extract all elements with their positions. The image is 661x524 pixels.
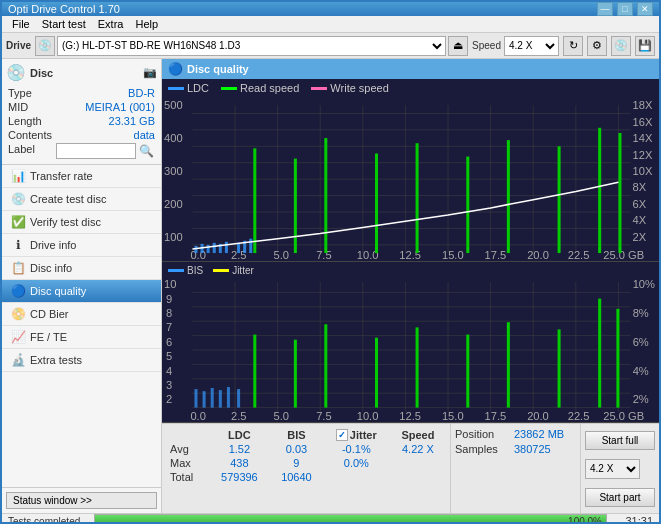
nav-disc-info[interactable]: 📋 Disc info [2,257,161,280]
nav-drive-info[interactable]: ℹ Drive info [2,234,161,257]
samples-value: 380725 [514,443,551,455]
svg-text:17.5: 17.5 [485,410,507,422]
type-label: Type [6,86,54,100]
eject-button[interactable]: ⏏ [448,36,468,56]
start-full-button[interactable]: Start full [585,431,655,450]
legend-bis-color [168,269,184,272]
create-test-disc-icon: 💿 [10,192,26,206]
stats-table: LDC BIS ✓ Jitter Speed [166,428,446,484]
settings-icon[interactable]: ⚙ [587,36,607,56]
svg-text:2.5: 2.5 [231,410,246,422]
svg-text:12X: 12X [633,149,653,161]
stats-col-ldc: LDC [209,428,270,442]
start-part-button[interactable]: Start part [585,488,655,507]
jitter-checkbox[interactable]: ✓ [336,429,348,441]
save-icon[interactable]: 💾 [635,36,655,56]
avg-jitter: -0.1% [323,442,390,456]
status-window-button[interactable]: Status window >> [6,492,157,509]
speed-label: Speed [472,40,501,51]
verify-test-disc-label: Verify test disc [30,216,101,228]
nav-extra-tests[interactable]: 🔬 Extra tests [2,349,161,372]
app-window: Opti Drive Control 1.70 — □ ✕ File Start… [0,0,661,524]
drive-info-label: Drive info [30,239,76,251]
disc-action-icon[interactable]: 💿 [611,36,631,56]
nav-create-test-disc[interactable]: 💿 Create test disc [2,188,161,211]
verify-test-disc-icon: ✅ [10,215,26,229]
position-value: 23862 MB [514,428,564,440]
samples-row: Samples 380725 [455,443,576,455]
max-bis: 9 [270,456,323,470]
legend-upper: LDC Read speed Write speed [162,79,659,97]
disc-info-icon: 📋 [10,261,26,275]
nav-cd-bier[interactable]: 📀 CD Bier [2,303,161,326]
svg-rect-61 [558,146,561,253]
drive-select[interactable]: (G:) HL-DT-ST BD-RE WH16NS48 1.D3 [57,36,446,56]
length-label: Length [6,114,54,128]
svg-rect-53 [249,239,252,253]
legend-ldc: LDC [168,82,209,94]
statusbar: Tests completed 100.0% 31:31 [2,513,659,524]
disc-mid-row: MID MEIRA1 (001) [6,100,157,114]
svg-rect-120 [466,335,469,408]
legend-jitter-label: Jitter [232,265,254,276]
stats-table-container: LDC BIS ✓ Jitter Speed [162,424,450,513]
speed-select[interactable]: 4.2 X [504,36,559,56]
maximize-button[interactable]: □ [617,2,633,16]
jitter-speed-container: Position 23862 MB Samples 380725 [450,424,580,513]
svg-text:10.0: 10.0 [357,410,379,422]
svg-rect-111 [211,388,214,408]
titlebar: Opti Drive Control 1.70 — □ ✕ [2,2,659,16]
svg-text:6%: 6% [633,336,649,348]
svg-rect-59 [466,157,469,254]
disc-label-input[interactable] [56,143,136,159]
svg-text:8%: 8% [633,307,649,319]
avg-ldc: 1.52 [209,442,270,456]
svg-text:5: 5 [166,350,172,362]
svg-text:8X: 8X [633,181,647,193]
speed-dropdown[interactable]: 4.2 X [585,459,640,479]
svg-rect-45 [194,246,197,253]
svg-text:5.0: 5.0 [274,249,290,261]
menu-help[interactable]: Help [129,16,164,32]
jitter-header-label: Jitter [350,429,377,441]
type-value: BD-R [54,86,157,100]
legend-read-speed-color [221,87,237,90]
left-panel: 💿 Disc 📷 Type BD-R MID MEIRA1 (001) Leng… [2,59,162,513]
nav-disc-quality[interactable]: 🔵 Disc quality [2,280,161,303]
position-label: Position [455,428,510,440]
legend-read-speed-label: Read speed [240,82,299,94]
menu-extra[interactable]: Extra [92,16,130,32]
svg-text:15.0: 15.0 [442,410,464,422]
svg-rect-47 [207,245,210,253]
disc-extra-icon: 📷 [143,66,157,79]
svg-text:6X: 6X [633,198,647,210]
svg-text:8: 8 [166,307,172,319]
transfer-rate-label: Transfer rate [30,170,93,182]
nav-verify-test-disc[interactable]: ✅ Verify test disc [2,211,161,234]
drive-combo: 💿 (G:) HL-DT-ST BD-RE WH16NS48 1.D3 ⏏ [35,36,468,56]
svg-rect-117 [324,325,327,408]
menu-start-test[interactable]: Start test [36,16,92,32]
disc-quality-icon: 🔵 [10,284,26,298]
disc-header-icon: 💿 [6,63,26,82]
svg-rect-62 [598,128,601,253]
max-jitter: 0.0% [323,456,390,470]
svg-text:14X: 14X [633,132,653,144]
svg-rect-50 [225,242,228,253]
svg-text:10X: 10X [633,165,653,177]
svg-text:6: 6 [166,336,172,348]
svg-rect-58 [416,143,419,253]
nav-transfer-rate[interactable]: 📊 Transfer rate [2,165,161,188]
legend-ldc-color [168,87,184,90]
menu-file[interactable]: File [6,16,36,32]
nav-fe-te[interactable]: 📈 FE / TE [2,326,161,349]
svg-text:7: 7 [166,322,172,334]
disc-label-icon[interactable]: 🔍 [139,144,154,158]
close-button[interactable]: ✕ [637,2,653,16]
drive-label: Drive [6,40,31,51]
minimize-button[interactable]: — [597,2,613,16]
upper-chart-svg: 500 400 300 200 100 18X 16X 14X 12X 10X … [162,97,659,261]
lower-chart: 10 9 8 7 6 5 4 3 2 10% 8% 6% 4% [162,278,659,423]
svg-text:200: 200 [164,198,183,210]
refresh-icon[interactable]: ↻ [563,36,583,56]
